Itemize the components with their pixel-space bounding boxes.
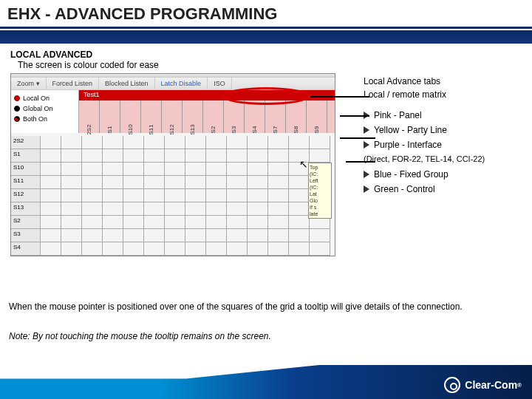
callout-oval-tabs <box>222 87 310 105</box>
bottom-note: Note: By not touching the mouse the tool… <box>9 331 523 341</box>
triangle-icon <box>364 171 369 178</box>
annot-purple-label: Purple - Interface <box>374 140 442 150</box>
col-head: S3 <box>224 100 245 133</box>
annot-purple: Purple - Interface <box>364 140 525 150</box>
logo-icon <box>444 377 460 393</box>
col-head: S1 <box>100 100 120 133</box>
tab-zoom[interactable]: Zoom ▾ <box>11 78 47 89</box>
connector-line <box>310 96 369 98</box>
col-head: S7 <box>265 100 286 133</box>
row-labels: 2S2 S1 S10 S11 S12 S13 S2 S3 S4 <box>11 136 41 256</box>
dot-both-icon <box>14 116 20 122</box>
dot-black-icon <box>14 106 20 112</box>
annot-pink-label: Pink - Panel <box>374 110 422 120</box>
triangle-icon <box>364 126 369 134</box>
legend-local: Local On <box>14 95 75 102</box>
connector-line <box>340 137 375 139</box>
col-head: S10 <box>120 100 141 133</box>
triangle-icon <box>364 141 369 149</box>
col-head: S4 <box>245 100 265 133</box>
section-desc: The screen is colour coded for ease <box>18 60 358 70</box>
annot-yellow: Yellow - Party Line <box>364 125 525 135</box>
row-label: S10 <box>11 163 41 176</box>
tab-latch-disable[interactable]: Latch Disable <box>155 78 208 89</box>
grid-cells: ↖ Top (IC: Left (IC: Lat Glo If s late <box>41 136 330 256</box>
content-area: LOCAL ADVANCED The screen is colour code… <box>0 44 532 256</box>
annot-blue-label: Blue - Fixed Group <box>374 169 449 180</box>
row-label: S13 <box>11 202 41 216</box>
bottom-line1: When the mouse pointer is positioned ove… <box>9 301 523 312</box>
connector-line <box>340 115 369 117</box>
col-head: S8 <box>286 100 307 133</box>
logo: Clear-Com ® <box>444 377 522 393</box>
col-head: 2S2 <box>79 100 100 133</box>
legend-global-label: Global On <box>23 105 53 112</box>
annot-tabs: Local Advance tabs <box>364 76 525 86</box>
row-label: S11 <box>11 176 41 189</box>
annot-green: Green - Control <box>364 184 525 194</box>
lower-grid: 2S2 S1 S10 S11 S12 S13 S2 S3 S4 <box>11 136 335 256</box>
tab-iso[interactable]: ISO <box>208 78 232 89</box>
triangle-icon <box>364 185 369 193</box>
column-headers: 2S2 S1 S10 S11 S12 S13 S2 S3 S4 S7 S8 S9 <box>79 100 335 133</box>
title-bar: EHX - ADVANCED PROGRAMMING <box>0 0 532 29</box>
page-title: EHX - ADVANCED PROGRAMMING <box>7 4 525 24</box>
col-head: S2 <box>203 100 224 133</box>
col-head: S11 <box>141 100 162 133</box>
row-label: S3 <box>11 229 41 242</box>
legend-both: Both On <box>14 115 75 123</box>
legend-global: Global On <box>14 105 75 112</box>
logo-reg: ® <box>517 382 522 389</box>
annot-matrix: Local / remote matrix <box>364 89 525 100</box>
cursor-icon: ↖ <box>299 158 308 170</box>
section-heading: LOCAL ADVANCED <box>10 50 358 60</box>
left-column: LOCAL ADVANCED The screen is colour code… <box>10 47 358 256</box>
test-label: Test1 <box>81 90 103 100</box>
right-column: Local Advance tabs Local / remote matrix… <box>358 47 525 256</box>
legend-both-label: Both On <box>23 115 47 123</box>
tab-forced-listen[interactable]: Forced Listen <box>47 78 100 89</box>
dot-red-icon <box>14 95 20 101</box>
row-label: S12 <box>11 189 41 202</box>
annot-blue: Blue - Fixed Group <box>364 169 525 180</box>
annot-yellow-label: Yellow - Party Line <box>374 125 447 135</box>
row-label: S1 <box>11 149 41 163</box>
col-head: S12 <box>162 100 183 133</box>
header-strip <box>0 30 532 44</box>
logo-text: Clear-Com <box>465 379 517 391</box>
bottom-text: When the mouse pointer is positioned ove… <box>9 301 523 312</box>
annot-green-label: Green - Control <box>374 184 435 194</box>
tooltip: Top (IC: Left (IC: Lat Glo If s late <box>308 163 332 219</box>
col-head: S9 <box>307 100 327 133</box>
annot-purple-sub: (Direct, FOR-22, TEL-14, CCI-22) <box>364 154 525 163</box>
legend-box: Local On Global On Both On <box>11 90 79 133</box>
col-head: S13 <box>183 100 203 133</box>
annot-pink: Pink - Panel <box>364 110 525 120</box>
row-label: S4 <box>11 242 41 256</box>
connector-line <box>346 161 375 163</box>
row-label: S2 <box>11 216 41 229</box>
legend-local-label: Local On <box>23 95 50 102</box>
tab-blocked-listen[interactable]: Blocked Listen <box>99 78 155 89</box>
row-label: 2S2 <box>11 136 41 149</box>
